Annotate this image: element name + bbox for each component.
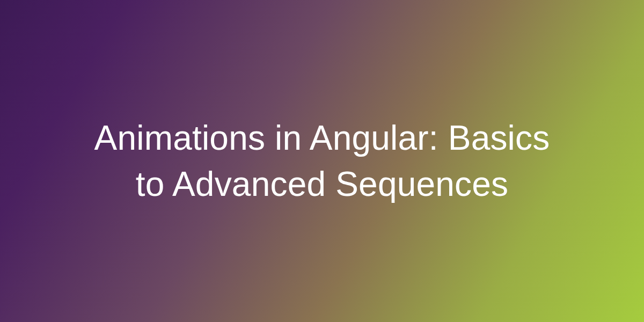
hero-title: Animations in Angular: Basics to Advance… [54, 115, 590, 208]
hero-banner: Animations in Angular: Basics to Advance… [0, 0, 644, 322]
